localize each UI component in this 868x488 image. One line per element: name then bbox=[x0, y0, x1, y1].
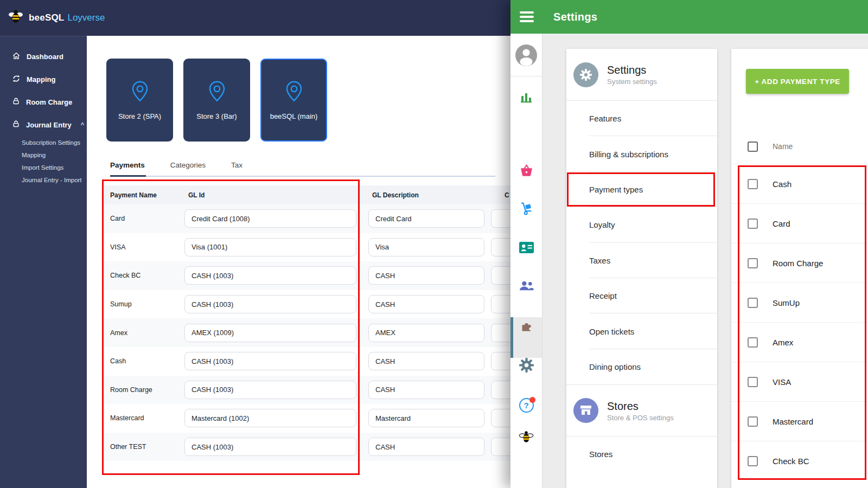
items-basket-icon[interactable] bbox=[510, 164, 542, 177]
gl-id-input[interactable]: CASH (1003) bbox=[184, 295, 356, 313]
payment-name-cell: Card bbox=[102, 215, 184, 222]
gl-id-input[interactable]: Mastercard (1002) bbox=[184, 409, 356, 427]
gl-id-input[interactable]: CASH (1003) bbox=[184, 381, 356, 399]
gl-id-input[interactable]: CASH (1003) bbox=[184, 266, 356, 285]
gl-id-input[interactable]: AMEX (1009) bbox=[184, 324, 356, 342]
store-card-label: Store 3 (Bar) bbox=[196, 112, 237, 120]
payment-type-row[interactable]: Cash bbox=[731, 164, 868, 203]
clipped-input[interactable] bbox=[491, 295, 510, 313]
gl-description-input[interactable]: AMEX bbox=[368, 324, 484, 342]
gl-id-input[interactable]: CASH (1003) bbox=[184, 438, 356, 456]
sidebar-item-journal-entry[interactable]: Journal Entry ^ bbox=[0, 113, 87, 136]
tab[interactable]: Categories bbox=[170, 160, 206, 176]
payment-type-label: SumUp bbox=[773, 298, 800, 307]
settings-menu-item[interactable]: Loyalty bbox=[566, 207, 717, 242]
clipped-input[interactable] bbox=[491, 266, 510, 285]
lock-icon bbox=[12, 97, 20, 107]
settings-menu-item[interactable]: Dining options bbox=[566, 349, 717, 384]
clipped-input[interactable] bbox=[491, 352, 510, 370]
row-checkbox[interactable] bbox=[748, 456, 758, 466]
sidebar-item-dashboard[interactable]: Dashboard bbox=[0, 45, 87, 68]
store-card[interactable]: beeSQL (main) bbox=[260, 59, 327, 142]
clipped-input[interactable] bbox=[491, 238, 510, 256]
sidebar-subitem-label: Mapping bbox=[22, 152, 46, 158]
gl-description-input[interactable]: CASH bbox=[368, 381, 484, 399]
payment-type-row[interactable]: Room Charge bbox=[731, 243, 868, 282]
menu-item-label: Loyalty bbox=[589, 220, 615, 229]
row-checkbox[interactable] bbox=[748, 298, 758, 308]
sidebar-subitem-label: Import Settings bbox=[22, 164, 63, 171]
help-question-icon[interactable]: ? bbox=[510, 398, 542, 413]
clipped-input[interactable] bbox=[491, 324, 510, 342]
clipped-input[interactable] bbox=[491, 438, 510, 456]
stores-settings-menu: Stores bbox=[566, 436, 717, 472]
row-checkbox[interactable] bbox=[748, 179, 758, 189]
gl-description-input[interactable]: CASH bbox=[368, 266, 484, 285]
location-pin-icon bbox=[285, 80, 303, 105]
row-checkbox[interactable] bbox=[748, 337, 758, 348]
inventory-hand-truck-icon[interactable] bbox=[510, 202, 542, 215]
row-checkbox[interactable] bbox=[748, 416, 758, 427]
row-checkbox[interactable] bbox=[748, 219, 758, 229]
sync-icon bbox=[12, 74, 21, 85]
home-icon bbox=[12, 52, 21, 62]
clipped-input[interactable] bbox=[491, 209, 510, 228]
location-pin-icon bbox=[208, 80, 226, 105]
payment-type-row[interactable]: VISA bbox=[731, 362, 868, 401]
payment-type-row[interactable]: Check BC bbox=[731, 441, 868, 480]
sidebar-subitem[interactable]: Import Settings bbox=[0, 161, 87, 174]
table-row: Other TEST CASH (1003) CASH bbox=[102, 433, 510, 461]
gl-id-input[interactable]: CASH (1003) bbox=[184, 352, 356, 370]
add-payment-type-button[interactable]: + ADD PAYMENT TYPE bbox=[746, 69, 849, 94]
hamburger-icon[interactable] bbox=[520, 11, 534, 22]
select-all-checkbox[interactable] bbox=[748, 142, 758, 152]
beesql-bee-icon[interactable] bbox=[510, 429, 542, 445]
payment-type-row[interactable]: Amex bbox=[731, 322, 868, 362]
settings-menu-item[interactable]: Taxes bbox=[566, 243, 717, 278]
tab-bar: Payments Categories Tax bbox=[110, 160, 495, 177]
settings-menu-item[interactable]: Receipt bbox=[566, 278, 717, 313]
account-avatar-icon[interactable] bbox=[510, 44, 542, 66]
apps-puzzle-icon[interactable] bbox=[510, 320, 542, 333]
sidebar-subitem[interactable]: Journal Entry - Import bbox=[0, 174, 87, 186]
clipped-input[interactable] bbox=[491, 409, 510, 427]
store-card[interactable]: Store 2 (SPA) bbox=[106, 59, 173, 142]
gl-description-input[interactable]: CASH bbox=[368, 295, 484, 313]
customers-contact-card-icon[interactable] bbox=[510, 242, 542, 253]
payment-name-cell: Room Charge bbox=[102, 386, 184, 394]
settings-menu-item[interactable]: Billing & subscriptions bbox=[566, 136, 717, 171]
gl-description-input[interactable]: Credit Card bbox=[368, 209, 484, 228]
payment-mapping-table: Payment Name GL Id GL Description C Card… bbox=[102, 185, 510, 463]
table-row: Room Charge CASH (1003) CASH bbox=[102, 376, 510, 404]
settings-menu-item[interactable]: Features bbox=[566, 101, 717, 136]
settings-gear-icon[interactable] bbox=[510, 358, 542, 373]
settings-menu-item[interactable]: Stores bbox=[566, 436, 717, 472]
clipped-input[interactable] bbox=[491, 381, 510, 399]
sidebar-subitem[interactable]: Mapping bbox=[0, 149, 87, 161]
gl-description-input[interactable]: Mastercard bbox=[368, 409, 484, 427]
gl-description-input[interactable]: CASH bbox=[368, 352, 484, 370]
row-checkbox[interactable] bbox=[748, 258, 758, 268]
gl-description-input[interactable]: CASH bbox=[368, 438, 484, 456]
row-checkbox[interactable] bbox=[748, 377, 758, 387]
menu-item-label: Open tickets bbox=[589, 327, 634, 336]
list-header-row: Name bbox=[748, 136, 863, 157]
payment-type-row[interactable]: Card bbox=[731, 203, 868, 243]
tab[interactable]: Payments bbox=[110, 160, 145, 176]
app-header: beeSQL Loyverse bbox=[0, 0, 510, 36]
sidebar-subitem[interactable]: Subscription Settings bbox=[0, 136, 87, 149]
gl-description-input[interactable]: Visa bbox=[368, 238, 484, 256]
sidebar-item-mapping[interactable]: Mapping bbox=[0, 68, 87, 91]
tab[interactable]: Tax bbox=[231, 160, 242, 176]
payment-type-label: Amex bbox=[773, 338, 793, 347]
gl-id-input[interactable]: Visa (1001) bbox=[184, 238, 356, 256]
payment-type-row[interactable]: SumUp bbox=[731, 282, 868, 322]
sidebar-item-room-charge[interactable]: Room Charge bbox=[0, 91, 87, 113]
employees-people-icon[interactable] bbox=[510, 280, 542, 292]
reports-bar-chart-icon[interactable] bbox=[510, 91, 542, 104]
payment-type-row[interactable]: Mastercard bbox=[731, 401, 868, 441]
settings-menu-item[interactable]: Open tickets bbox=[566, 313, 717, 349]
store-card[interactable]: Store 3 (Bar) bbox=[183, 59, 250, 142]
gl-id-input[interactable]: Credit Card (1008) bbox=[184, 209, 356, 228]
settings-menu-item[interactable]: Payment types bbox=[566, 172, 717, 207]
